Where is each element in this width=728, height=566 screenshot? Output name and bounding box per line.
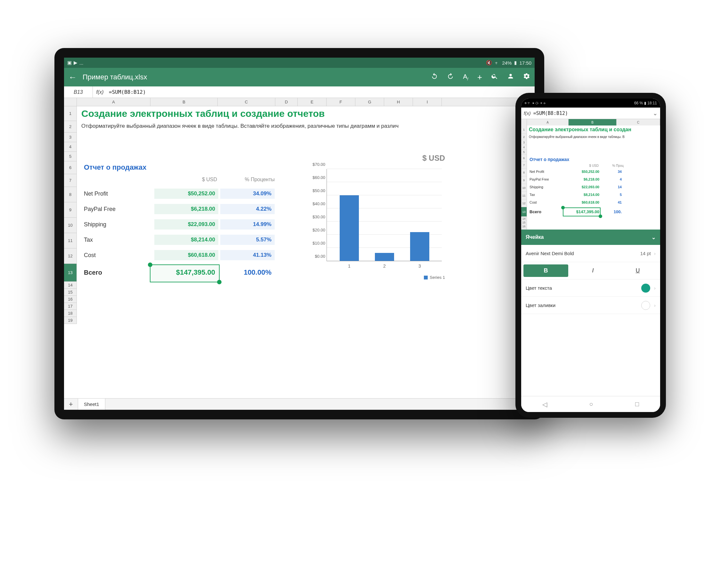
row-header[interactable]: 19 xyxy=(64,317,77,324)
nav-home-button[interactable]: ○ xyxy=(589,400,593,408)
col-header-B[interactable]: B xyxy=(150,98,218,106)
col-header-H[interactable]: H xyxy=(384,98,413,106)
table-row[interactable]: Tax $8,214.00 5 xyxy=(530,193,622,197)
bold-button[interactable]: B xyxy=(523,264,568,277)
panel-header[interactable]: Ячейка ⌄ xyxy=(521,230,660,245)
bar-chart[interactable]: $ USD $0.00 $10.00 $20.00 xyxy=(307,154,448,282)
underline-button[interactable]: U xyxy=(615,262,660,279)
select-all-corner[interactable] xyxy=(64,98,77,106)
nav-back-button[interactable]: ◁ xyxy=(542,400,547,408)
col-header-E[interactable]: E xyxy=(298,98,327,106)
pct-column-header[interactable]: % Проценты xyxy=(220,177,275,182)
row-header[interactable]: 9 xyxy=(64,202,77,218)
col-header-A[interactable]: A xyxy=(77,98,150,106)
row-header[interactable]: 16 xyxy=(64,296,77,303)
row-header[interactable]: 15 xyxy=(64,289,77,296)
row-header[interactable]: 14 xyxy=(64,282,77,289)
font-selector-row[interactable]: Avenir Next Demi Bold 14 pt › xyxy=(521,245,660,262)
fill-color-row[interactable]: Цвет заливки › xyxy=(521,297,660,314)
col-header-A[interactable]: A xyxy=(527,119,569,125)
y-tick: $10.00 xyxy=(309,240,325,245)
table-row[interactable]: PayPal Free $6,218.00 4 xyxy=(530,177,622,181)
total-label: Всего xyxy=(530,209,566,214)
col-header-B[interactable]: B xyxy=(569,119,617,125)
status-icons-left: ◉ ᯤ ▶ ⟳ ◈ ⊚ xyxy=(524,101,545,105)
row-header[interactable]: 3 xyxy=(64,133,77,142)
clock: 17:50 xyxy=(519,60,531,66)
battery-pct: 66 % xyxy=(634,101,643,105)
row-header[interactable]: 1 xyxy=(64,106,77,121)
sheet-subtitle[interactable]: Отформатируйте выбранный диапазон ячеек … xyxy=(81,123,497,129)
row-header[interactable]: 17 xyxy=(64,303,77,310)
row-header[interactable]: 5 xyxy=(64,152,77,161)
font-button[interactable]: A/ xyxy=(463,73,468,81)
cells-area[interactable]: Создание электронных таблиц и создание о… xyxy=(77,106,535,324)
collapse-panel-icon[interactable]: ⌄ xyxy=(651,234,656,240)
row-usd: $50,252.00 xyxy=(154,189,218,199)
formula-input[interactable]: =SUM(B8:B12) xyxy=(107,89,535,95)
search-button[interactable] xyxy=(491,73,498,82)
sheet-title[interactable]: Создание электронных таблиц и создан xyxy=(529,127,631,133)
user-button[interactable] xyxy=(507,73,514,82)
row-header[interactable]: 6 xyxy=(64,161,77,174)
usd-header: $ USD xyxy=(567,164,599,167)
selection-handle[interactable] xyxy=(148,263,152,267)
sheet-tab[interactable]: Sheet1 xyxy=(78,399,105,410)
row-header[interactable]: 4 xyxy=(64,142,77,152)
col-header-C[interactable]: C xyxy=(617,119,660,125)
col-header-D[interactable]: D xyxy=(275,98,298,106)
row-label: Shipping xyxy=(530,185,566,189)
col-header-C[interactable]: C xyxy=(218,98,275,106)
report-title[interactable]: Отчет о продажах xyxy=(530,157,569,162)
add-sheet-button[interactable]: + xyxy=(64,399,78,410)
row-label: PayPal Free xyxy=(84,206,154,213)
cell-reference[interactable]: B13 xyxy=(64,86,93,98)
selection-handle[interactable] xyxy=(217,280,222,284)
selection-handle[interactable] xyxy=(561,206,565,209)
table-row[interactable]: Shipping $22,093.00 14.99% xyxy=(84,218,275,231)
row-header[interactable]: 12 xyxy=(64,248,77,264)
table-row[interactable]: PayPal Free $6,218.00 4.22% xyxy=(84,202,275,216)
spreadsheet-grid[interactable]: A B C D E F G H I 1 2 3 4 5 6 7 xyxy=(64,98,535,398)
text-style-row: B I U xyxy=(521,262,660,279)
chart-bar xyxy=(340,195,359,261)
col-header-F[interactable]: F xyxy=(327,98,355,106)
report-title[interactable]: Отчет о продажах xyxy=(84,163,146,172)
table-row[interactable]: Tax $8,214.00 5.57% xyxy=(84,233,275,247)
nav-recent-button[interactable]: □ xyxy=(635,400,639,408)
redo-button[interactable] xyxy=(447,73,454,82)
cell-selection[interactable] xyxy=(150,264,220,282)
row-header[interactable]: 2 xyxy=(64,121,77,133)
table-row[interactable]: Cost $60,618.00 41 xyxy=(530,200,622,204)
add-button[interactable]: + xyxy=(477,72,482,82)
col-header-G[interactable]: G xyxy=(355,98,384,106)
sheet-title[interactable]: Создание электронных таблиц и создание о… xyxy=(81,108,465,119)
expand-formula-button[interactable]: ⌄ xyxy=(653,110,658,117)
row-header[interactable]: 10 xyxy=(64,218,77,233)
row-header[interactable]: 8 xyxy=(64,187,77,202)
select-all-corner[interactable] xyxy=(521,119,527,125)
row-header[interactable]: 7 xyxy=(64,174,77,187)
table-row[interactable]: Shipping $22,093.00 14 xyxy=(530,185,622,189)
row-header[interactable]: 11 xyxy=(64,233,77,248)
formula-input[interactable]: =SUM(B8:B12) xyxy=(533,110,653,116)
back-button[interactable]: ← xyxy=(69,72,77,82)
table-row[interactable]: Net Profit $50,252.00 34 xyxy=(530,170,622,174)
row-header-selected[interactable]: 13 xyxy=(64,264,77,282)
settings-button[interactable] xyxy=(523,73,530,82)
sheet-tab-bar: + Sheet1 xyxy=(64,398,535,410)
col-header-I[interactable]: I xyxy=(413,98,442,106)
usd-column-header[interactable]: $ USD xyxy=(156,177,217,182)
selection-handle[interactable] xyxy=(599,214,602,218)
undo-button[interactable] xyxy=(431,73,438,82)
sheet-subtitle[interactable]: Отформатируйте выбранный диапазон ячеек … xyxy=(529,135,625,139)
table-row[interactable]: Cost $60,618.00 41.13% xyxy=(84,248,275,262)
phone-spreadsheet[interactable]: 1 2 3 4 5 6 7 8 9 10 11 12 13 14 15 16 С… xyxy=(521,125,660,230)
table-row[interactable]: Net Profit $50,252.00 34.09% xyxy=(84,187,275,200)
cell-selection[interactable] xyxy=(563,207,601,216)
phone-cells[interactable]: Создание электронных таблиц и создан Отф… xyxy=(527,125,660,230)
text-color-row[interactable]: Цвет текста › xyxy=(521,279,660,297)
row-pct: 41 xyxy=(599,200,622,204)
row-header[interactable]: 18 xyxy=(64,310,77,317)
italic-button[interactable]: I xyxy=(570,262,615,279)
